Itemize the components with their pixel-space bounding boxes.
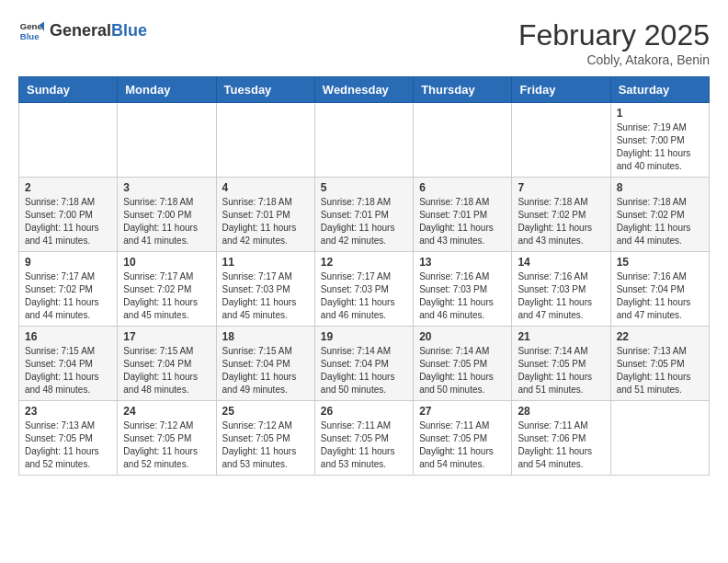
calendar-day-cell: 15Sunrise: 7:16 AM Sunset: 7:04 PM Dayli… — [610, 252, 709, 327]
day-of-week-header: Thursday — [414, 77, 512, 103]
day-number: 2 — [25, 181, 111, 194]
day-number: 26 — [321, 405, 407, 418]
calendar-day-cell: 10Sunrise: 7:17 AM Sunset: 7:02 PM Dayli… — [118, 252, 216, 327]
day-info: Sunrise: 7:15 AM Sunset: 7:04 PM Dayligh… — [25, 345, 111, 396]
day-number: 8 — [617, 181, 703, 194]
day-of-week-header: Tuesday — [216, 77, 314, 103]
calendar-week-row: 16Sunrise: 7:15 AM Sunset: 7:04 PM Dayli… — [19, 327, 710, 401]
calendar-day-cell — [216, 103, 314, 178]
calendar-day-cell: 3Sunrise: 7:18 AM Sunset: 7:00 PM Daylig… — [118, 178, 216, 252]
day-info: Sunrise: 7:19 AM Sunset: 7:00 PM Dayligh… — [617, 121, 703, 173]
day-info: Sunrise: 7:17 AM Sunset: 7:03 PM Dayligh… — [222, 270, 309, 322]
calendar-table: SundayMondayTuesdayWednesdayThursdayFrid… — [18, 76, 710, 476]
day-info: Sunrise: 7:18 AM Sunset: 7:02 PM Dayligh… — [617, 196, 703, 247]
day-of-week-header: Monday — [118, 77, 216, 103]
calendar-day-cell: 25Sunrise: 7:12 AM Sunset: 7:05 PM Dayli… — [216, 401, 314, 476]
day-info: Sunrise: 7:13 AM Sunset: 7:05 PM Dayligh… — [617, 345, 703, 396]
day-number: 13 — [419, 256, 506, 269]
day-number: 28 — [518, 405, 604, 418]
day-number: 11 — [222, 256, 309, 269]
day-info: Sunrise: 7:17 AM Sunset: 7:02 PM Dayligh… — [123, 270, 210, 322]
day-number: 21 — [518, 330, 604, 343]
day-number: 6 — [419, 181, 506, 194]
day-info: Sunrise: 7:18 AM Sunset: 7:00 PM Dayligh… — [123, 196, 210, 247]
day-info: Sunrise: 7:16 AM Sunset: 7:03 PM Dayligh… — [419, 270, 506, 322]
day-info: Sunrise: 7:14 AM Sunset: 7:04 PM Dayligh… — [321, 345, 407, 396]
calendar-day-cell: 20Sunrise: 7:14 AM Sunset: 7:05 PM Dayli… — [414, 327, 512, 401]
calendar-day-cell: 7Sunrise: 7:18 AM Sunset: 7:02 PM Daylig… — [512, 178, 610, 252]
day-info: Sunrise: 7:18 AM Sunset: 7:01 PM Dayligh… — [419, 196, 506, 247]
calendar-day-cell — [118, 103, 216, 178]
location-subtitle: Cobly, Atakora, Benin — [518, 52, 710, 67]
day-number: 14 — [518, 256, 604, 269]
day-info: Sunrise: 7:15 AM Sunset: 7:04 PM Dayligh… — [222, 345, 309, 396]
logo-icon: General Blue — [18, 18, 44, 44]
day-number: 1 — [617, 107, 703, 120]
logo-text: GeneralBlue — [50, 21, 147, 41]
calendar-day-cell: 8Sunrise: 7:18 AM Sunset: 7:02 PM Daylig… — [610, 178, 709, 252]
day-info: Sunrise: 7:18 AM Sunset: 7:01 PM Dayligh… — [222, 196, 309, 247]
day-info: Sunrise: 7:11 AM Sunset: 7:05 PM Dayligh… — [321, 419, 407, 471]
calendar-day-cell: 17Sunrise: 7:15 AM Sunset: 7:04 PM Dayli… — [118, 327, 216, 401]
day-number: 22 — [617, 330, 703, 343]
page-header: General Blue GeneralBlue February 2025 C… — [18, 18, 710, 67]
day-number: 5 — [321, 181, 407, 194]
day-of-week-header: Friday — [512, 77, 610, 103]
day-number: 19 — [321, 330, 407, 343]
day-of-week-header: Saturday — [610, 77, 709, 103]
calendar-day-cell: 23Sunrise: 7:13 AM Sunset: 7:05 PM Dayli… — [19, 401, 118, 476]
calendar-day-cell: 14Sunrise: 7:16 AM Sunset: 7:03 PM Dayli… — [512, 252, 610, 327]
day-info: Sunrise: 7:16 AM Sunset: 7:04 PM Dayligh… — [617, 270, 703, 322]
svg-text:Blue: Blue — [20, 31, 40, 41]
day-number: 7 — [518, 181, 604, 194]
calendar-day-cell: 11Sunrise: 7:17 AM Sunset: 7:03 PM Dayli… — [216, 252, 314, 327]
day-info: Sunrise: 7:17 AM Sunset: 7:03 PM Dayligh… — [321, 270, 407, 322]
calendar-day-cell: 13Sunrise: 7:16 AM Sunset: 7:03 PM Dayli… — [414, 252, 512, 327]
calendar-day-cell: 22Sunrise: 7:13 AM Sunset: 7:05 PM Dayli… — [610, 327, 709, 401]
day-info: Sunrise: 7:13 AM Sunset: 7:05 PM Dayligh… — [25, 419, 111, 471]
day-info: Sunrise: 7:15 AM Sunset: 7:04 PM Dayligh… — [123, 345, 210, 396]
title-block: February 2025 Cobly, Atakora, Benin — [518, 18, 710, 67]
day-info: Sunrise: 7:14 AM Sunset: 7:05 PM Dayligh… — [518, 345, 604, 396]
day-info: Sunrise: 7:11 AM Sunset: 7:06 PM Dayligh… — [518, 419, 604, 471]
day-of-week-header: Sunday — [19, 77, 118, 103]
day-number: 9 — [25, 256, 111, 269]
day-number: 20 — [419, 330, 506, 343]
day-number: 16 — [25, 330, 111, 343]
calendar-day-cell: 18Sunrise: 7:15 AM Sunset: 7:04 PM Dayli… — [216, 327, 314, 401]
calendar-day-cell: 24Sunrise: 7:12 AM Sunset: 7:05 PM Dayli… — [118, 401, 216, 476]
day-info: Sunrise: 7:18 AM Sunset: 7:00 PM Dayligh… — [25, 196, 111, 247]
calendar-week-row: 1Sunrise: 7:19 AM Sunset: 7:00 PM Daylig… — [19, 103, 710, 178]
calendar-day-cell — [512, 103, 610, 178]
calendar-day-cell — [414, 103, 512, 178]
day-number: 27 — [419, 405, 506, 418]
day-info: Sunrise: 7:12 AM Sunset: 7:05 PM Dayligh… — [222, 419, 309, 471]
day-info: Sunrise: 7:12 AM Sunset: 7:05 PM Dayligh… — [123, 419, 210, 471]
calendar-day-cell: 16Sunrise: 7:15 AM Sunset: 7:04 PM Dayli… — [19, 327, 118, 401]
calendar-day-cell: 21Sunrise: 7:14 AM Sunset: 7:05 PM Dayli… — [512, 327, 610, 401]
calendar-day-cell: 5Sunrise: 7:18 AM Sunset: 7:01 PM Daylig… — [314, 178, 413, 252]
calendar-header-row: SundayMondayTuesdayWednesdayThursdayFrid… — [19, 77, 710, 103]
calendar-day-cell: 27Sunrise: 7:11 AM Sunset: 7:05 PM Dayli… — [414, 401, 512, 476]
day-number: 17 — [123, 330, 210, 343]
calendar-day-cell: 2Sunrise: 7:18 AM Sunset: 7:00 PM Daylig… — [19, 178, 118, 252]
day-info: Sunrise: 7:18 AM Sunset: 7:01 PM Dayligh… — [321, 196, 407, 247]
day-info: Sunrise: 7:18 AM Sunset: 7:02 PM Dayligh… — [518, 196, 604, 247]
calendar-day-cell: 26Sunrise: 7:11 AM Sunset: 7:05 PM Dayli… — [314, 401, 413, 476]
calendar-day-cell: 1Sunrise: 7:19 AM Sunset: 7:00 PM Daylig… — [610, 103, 709, 178]
day-info: Sunrise: 7:17 AM Sunset: 7:02 PM Dayligh… — [25, 270, 111, 322]
calendar-day-cell — [314, 103, 413, 178]
day-info: Sunrise: 7:16 AM Sunset: 7:03 PM Dayligh… — [518, 270, 604, 322]
calendar-day-cell: 12Sunrise: 7:17 AM Sunset: 7:03 PM Dayli… — [314, 252, 413, 327]
day-number: 10 — [123, 256, 210, 269]
day-number: 24 — [123, 405, 210, 418]
day-number: 3 — [123, 181, 210, 194]
day-of-week-header: Wednesday — [314, 77, 413, 103]
calendar-day-cell: 4Sunrise: 7:18 AM Sunset: 7:01 PM Daylig… — [216, 178, 314, 252]
day-number: 12 — [321, 256, 407, 269]
calendar-day-cell: 9Sunrise: 7:17 AM Sunset: 7:02 PM Daylig… — [19, 252, 118, 327]
day-info: Sunrise: 7:11 AM Sunset: 7:05 PM Dayligh… — [419, 419, 506, 471]
logo: General Blue GeneralBlue — [18, 18, 147, 44]
day-number: 4 — [222, 181, 309, 194]
day-number: 25 — [222, 405, 309, 418]
